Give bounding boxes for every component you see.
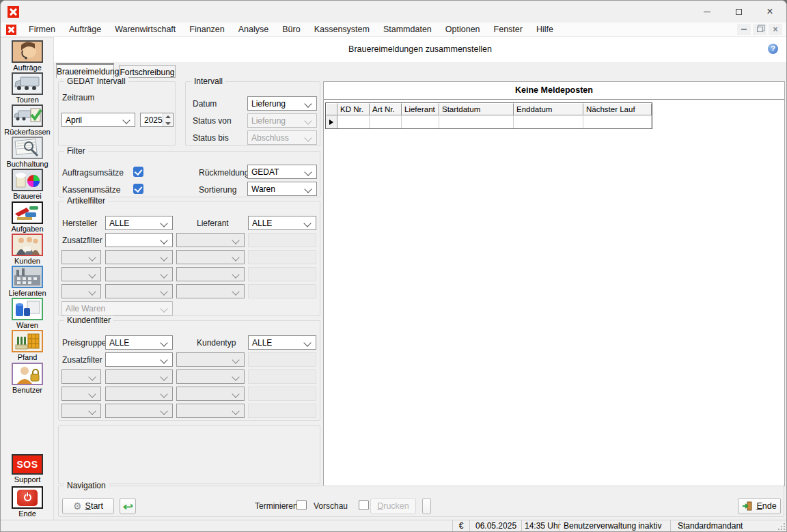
empty-groupbox	[58, 425, 320, 484]
resize-grip[interactable]	[778, 523, 785, 530]
rueckmeldung-dropdown[interactable]: GEDAT	[247, 165, 317, 179]
column-header[interactable]: Startdatum	[439, 103, 514, 115]
vorschau-label: Vorschau	[314, 501, 348, 511]
kunden-filter-dropdown	[105, 404, 173, 418]
deposit-crates-icon	[12, 330, 43, 352]
menu-fenster[interactable]: Fenster	[487, 25, 529, 34]
tab-brauereimeldung[interactable]: Brauereimeldung	[56, 63, 114, 78]
artikel-filter-dropdown	[61, 250, 101, 264]
column-header[interactable]: Lieferant	[402, 103, 439, 115]
mdi-minimize-button[interactable]	[737, 24, 751, 35]
window-close-button[interactable]: ×	[754, 1, 786, 22]
filter-group: Filter Auftragsumsätze Kassenumsätze Rüc…	[58, 151, 320, 197]
kunden-filter-dropdown	[176, 369, 245, 384]
hersteller-dropdown[interactable]: ALLE	[105, 216, 173, 230]
sidebar-label: Buchhaltung	[1, 160, 54, 168]
kunden-zusatzfilter-dropdown[interactable]	[105, 352, 173, 367]
menu-analyse[interactable]: Analyse	[232, 25, 275, 34]
gedat-intervall-group: GEDAT Intervall Zeitraum April 2025	[58, 81, 176, 146]
spin-up-icon[interactable]	[163, 113, 173, 120]
artikel-zusatzfilter-dropdown[interactable]	[105, 233, 173, 247]
sidebar-item-lieferanten[interactable]: Lieferanten	[1, 266, 54, 297]
sidebar-item-waren[interactable]: Waren	[1, 298, 54, 329]
column-header[interactable]: Art Nr.	[370, 103, 402, 115]
year-spinner[interactable]: 2025	[140, 113, 174, 127]
kunden-filter-dropdown	[176, 404, 245, 418]
chevron-down-icon	[232, 373, 239, 380]
column-header[interactable]: Enddatum	[514, 103, 583, 115]
sidebar-item-kunden[interactable]: Kunden	[1, 234, 54, 265]
page-title: Brauereimeldungen zusammenstellen	[54, 44, 786, 54]
lieferant-dropdown[interactable]: ALLE	[248, 216, 316, 230]
group-title: Filter	[64, 146, 88, 156]
beer-pie-chart-icon	[12, 169, 43, 191]
help-icon[interactable]: ?	[768, 44, 778, 54]
chevron-down-icon	[232, 253, 239, 261]
currency-indicator: €	[452, 520, 469, 531]
kassenumsaetze-checkbox[interactable]	[133, 184, 143, 194]
kunden-filter-field	[248, 387, 316, 401]
mdi-close-button[interactable]: ×	[769, 24, 782, 35]
datum-dropdown[interactable]: Lieferung	[247, 96, 317, 111]
window-minimize-button[interactable]	[691, 1, 723, 22]
column-header[interactable]: Nächster Lauf	[583, 103, 652, 115]
sidebar-item-touren[interactable]: Touren	[1, 72, 54, 104]
preisgruppe-dropdown[interactable]: ALLE	[105, 335, 173, 350]
hersteller-label: Hersteller	[62, 219, 97, 228]
sidebar-label: Kunden	[1, 257, 54, 265]
sidebar-label: Lieferanten	[1, 289, 54, 297]
sidebar-item-brauerei[interactable]: Brauerei	[1, 169, 54, 200]
sidebar-label: Aufgaben	[1, 225, 54, 233]
sidebar-item-buchhaltung[interactable]: Buchhaltung	[1, 137, 54, 168]
artikel-zusatzfilter-label: Zusatzfilter	[62, 236, 102, 245]
menu-kassensystem[interactable]: Kassensystem	[307, 25, 376, 34]
sortierung-dropdown[interactable]: Waren	[247, 182, 317, 196]
sidebar-item-support[interactable]: SOS Support	[1, 454, 54, 484]
sidebar-item-benutzer[interactable]: Benutzer	[1, 363, 54, 394]
chevron-down-icon	[160, 390, 167, 397]
row-marker-icon	[329, 120, 333, 125]
spin-down-icon[interactable]	[163, 120, 173, 127]
mdi-restore-button[interactable]	[753, 24, 767, 35]
auftragsumsaetze-checkbox[interactable]	[133, 167, 143, 177]
menu-finanzen[interactable]: Finanzen	[182, 25, 231, 34]
menu-auftraege[interactable]: Aufträge	[62, 25, 108, 34]
sidebar-item-ende[interactable]: Ende	[1, 486, 54, 518]
zeitraum-month-dropdown[interactable]: April	[61, 113, 135, 127]
reset-button[interactable]: ↩	[120, 498, 136, 514]
start-button[interactable]: ⚙ Start	[62, 498, 114, 514]
group-title: Kundenfilter	[64, 316, 113, 325]
menu-app-icon	[6, 25, 16, 35]
group-title: Intervall	[191, 76, 225, 86]
customers-icon	[12, 234, 43, 256]
group-title: GEDAT Intervall	[64, 76, 128, 86]
kunden-filter-dropdown	[105, 369, 173, 384]
spacer-button[interactable]	[422, 498, 431, 514]
artikel-filter-field	[248, 267, 316, 281]
column-header[interactable]: KD Nr.	[337, 103, 370, 115]
kundentyp-dropdown[interactable]: ALLE	[248, 335, 316, 350]
menu-hilfe[interactable]: Hilfe	[529, 25, 560, 34]
menu-firmen[interactable]: Firmen	[22, 25, 62, 34]
sidebar-label: Ende	[1, 509, 54, 518]
chevron-down-icon	[160, 253, 167, 261]
sidebar-item-pfand[interactable]: Pfand	[1, 330, 54, 361]
ende-button[interactable]: Ende	[738, 498, 781, 514]
exit-door-icon	[742, 501, 753, 511]
sidebar-item-auftraege[interactable]: Aufträge	[1, 40, 54, 72]
sidebar-item-rueckerfassen[interactable]: Rückerfassen	[1, 104, 54, 136]
maximize-icon	[736, 9, 742, 15]
window-maximize-button[interactable]	[723, 1, 754, 22]
menu-warenwirtschaft[interactable]: Warenwirtschaft	[108, 25, 182, 34]
menu-optionen[interactable]: Optionen	[439, 25, 487, 34]
truck-check-icon	[12, 104, 43, 127]
terminieren-checkbox[interactable]	[296, 500, 307, 510]
sidebar-item-aufgaben[interactable]: Aufgaben	[1, 201, 54, 233]
chevron-down-icon	[304, 100, 312, 107]
vorschau-checkbox[interactable]	[359, 500, 369, 510]
menu-stammdaten[interactable]: Stammdaten	[376, 25, 439, 34]
kunden-zusatzfilter-dropdown	[176, 352, 245, 367]
chevron-down-icon	[88, 270, 96, 278]
chevron-down-icon	[304, 134, 312, 141]
menu-buero[interactable]: Büro	[275, 25, 307, 34]
